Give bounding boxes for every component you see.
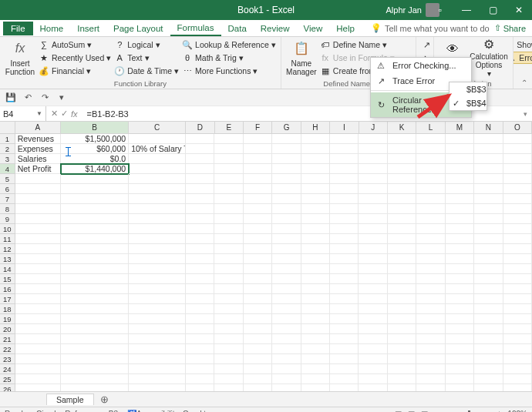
cell-H14[interactable] [301,264,330,274]
cell-O20[interactable] [503,324,532,334]
cell-M8[interactable] [446,204,474,214]
cell-H24[interactable] [301,364,330,374]
minimize-button[interactable]: — [453,0,480,20]
cell-C12[interactable] [129,244,186,254]
cell-O19[interactable] [503,314,532,324]
cell-A13[interactable] [15,254,61,264]
column-header-G[interactable]: G [272,122,301,133]
cell-H18[interactable] [301,304,330,314]
cell-J14[interactable] [359,264,387,274]
cell-A12[interactable] [15,244,61,254]
cell-E4[interactable] [214,164,243,174]
cell-A15[interactable] [15,274,61,284]
cell-M21[interactable] [446,334,474,344]
row-header-5[interactable]: 5 [0,174,15,184]
cell-F17[interactable] [244,294,272,304]
cell-A16[interactable] [15,284,61,294]
cell-D21[interactable] [186,334,214,344]
name-manager-button[interactable]: 📋 Name Manager [286,39,317,77]
cell-F3[interactable] [244,154,272,164]
cell-I10[interactable] [330,224,359,234]
cell-C1[interactable] [129,134,186,144]
cell-M6[interactable] [446,184,474,194]
cell-I2[interactable] [330,144,359,154]
tab-insert[interactable]: Insert [70,22,106,35]
cell-L26[interactable] [416,384,445,391]
cell-J2[interactable] [359,144,387,154]
cell-K15[interactable] [388,274,416,284]
cell-D24[interactable] [186,364,214,374]
cell-H25[interactable] [301,374,330,384]
cell-O24[interactable] [503,364,532,374]
cell-C25[interactable] [129,374,186,384]
row-header-23[interactable]: 23 [0,354,15,364]
text-button[interactable]: AText ▾ [114,52,179,64]
sheet-tab-sample[interactable]: Sample [46,394,94,405]
cell-H4[interactable] [301,164,330,174]
cell-M5[interactable] [446,174,474,184]
cell-O12[interactable] [503,244,532,254]
tell-me-search[interactable]: 💡 Tell me what you want to do [371,23,490,33]
collapse-ribbon-button[interactable]: ⌃ [521,79,527,87]
cell-G26[interactable] [272,384,301,391]
cell-B26[interactable] [61,384,129,391]
cell-J23[interactable] [359,354,387,364]
cell-O22[interactable] [503,344,532,354]
column-header-K[interactable]: K [388,122,416,133]
cell-G14[interactable] [272,264,301,274]
cell-J21[interactable] [359,334,387,344]
cell-L10[interactable] [416,224,445,234]
cell-G13[interactable] [272,254,301,264]
cell-I14[interactable] [330,264,359,274]
cell-M26[interactable] [446,384,474,391]
cell-M9[interactable] [446,214,474,224]
spreadsheet-grid[interactable]: ABCDEFGHIJKLMNO 1Revenues$1,500,0002Expe… [0,122,532,391]
cell-J20[interactable] [359,324,387,334]
cell-K2[interactable] [388,144,416,154]
cell-K21[interactable] [388,334,416,344]
cell-E16[interactable] [214,284,243,294]
cell-I22[interactable] [330,344,359,354]
cell-O11[interactable] [503,234,532,244]
cell-C26[interactable] [129,384,186,391]
column-header-E[interactable]: E [215,122,244,133]
cell-M15[interactable] [446,274,474,284]
cell-C13[interactable] [129,254,186,264]
cell-B8[interactable] [61,204,129,214]
cell-E11[interactable] [214,234,243,244]
cell-A23[interactable] [15,354,61,364]
cell-B17[interactable] [61,294,129,304]
cell-M10[interactable] [446,224,474,234]
tab-home[interactable]: Home [33,22,71,35]
cell-N24[interactable] [474,364,503,374]
cell-F8[interactable] [244,204,272,214]
cell-J4[interactable] [359,164,387,174]
cell-H21[interactable] [301,334,330,344]
cell-B10[interactable] [61,224,129,234]
cell-G5[interactable] [272,174,301,184]
cell-N22[interactable] [474,344,503,354]
share-button[interactable]: ⇧ Share [494,23,526,33]
cell-L9[interactable] [416,214,445,224]
cell-G10[interactable] [272,224,301,234]
cell-J10[interactable] [359,224,387,234]
redo-icon[interactable]: ↷ [39,92,51,104]
cell-E3[interactable] [214,154,243,164]
cell-B11[interactable] [61,234,129,244]
cell-E20[interactable] [214,324,243,334]
cell-D26[interactable] [186,384,214,391]
cell-F10[interactable] [244,224,272,234]
tab-page-layout[interactable]: Page Layout [106,22,170,35]
cell-K1[interactable] [388,134,416,144]
cell-J9[interactable] [359,214,387,224]
cell-B23[interactable] [61,354,129,364]
cell-G11[interactable] [272,234,301,244]
cell-K18[interactable] [388,304,416,314]
cell-C8[interactable] [129,204,186,214]
cell-H22[interactable] [301,344,330,354]
cell-I17[interactable] [330,294,359,304]
cell-K10[interactable] [388,224,416,234]
cell-O3[interactable] [503,154,532,164]
cell-D17[interactable] [186,294,214,304]
cell-H19[interactable] [301,314,330,324]
